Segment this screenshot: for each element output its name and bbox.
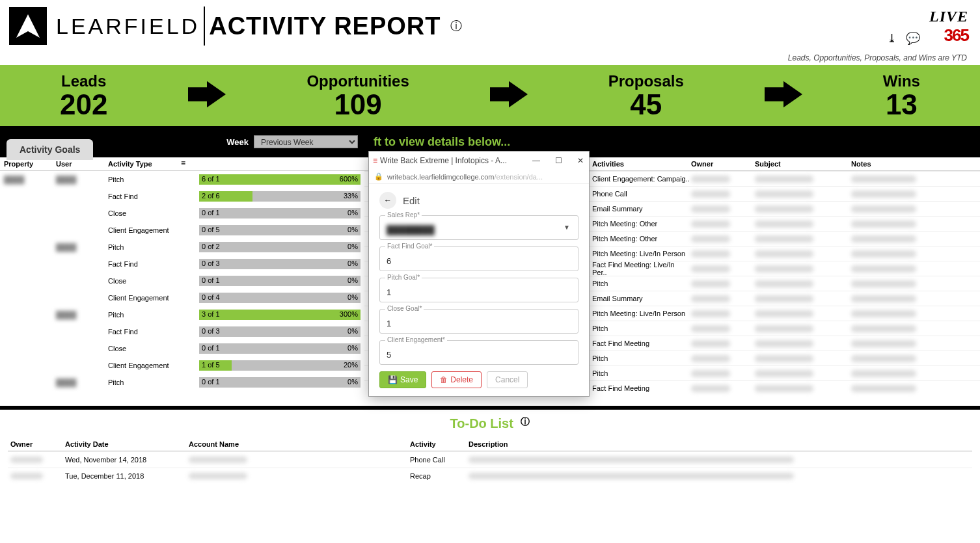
goal-row[interactable]: Fact Find0 of 30% — [0, 256, 364, 272]
svg-marker-1 — [188, 81, 226, 108]
col-activity[interactable]: Activity — [410, 440, 469, 448]
goal-row[interactable]: Close0 of 10% — [0, 340, 364, 357]
todo-row[interactable]: Wed, November 14, 2018Phone Call — [8, 451, 972, 468]
header: LEARFIELD ACTIVITY REPORT ⓘ ⤓ 💬 LIVE 365 — [0, 0, 980, 52]
goal-row[interactable]: Close0 of 10% — [0, 205, 364, 222]
todo-title: To-Do List ⓘ — [0, 410, 980, 438]
modal-title: Write Back Extreme | Infotopics - A... — [380, 156, 507, 165]
col-owner[interactable]: Owner — [691, 160, 755, 168]
learfield-logo — [9, 7, 47, 45]
goal-row[interactable]: Client Engagement0 of 40% — [0, 289, 364, 306]
goal-row[interactable]: Close0 of 10% — [0, 272, 364, 289]
info-icon[interactable]: ⓘ — [521, 416, 530, 427]
goal-row[interactable]: Fact Find2 of 633% — [0, 188, 364, 205]
goal-row[interactable]: ████Pitch0 of 10% — [0, 374, 364, 391]
back-button[interactable]: ← — [379, 192, 396, 209]
close-button[interactable]: ✕ — [576, 156, 585, 165]
col-subject[interactable]: Subject — [755, 160, 851, 168]
edit-heading: Edit — [403, 195, 420, 206]
wins-metric: Wins 13 — [883, 72, 920, 119]
close-goal-field[interactable]: Close Goal* 1 — [379, 309, 578, 334]
divider — [204, 7, 205, 46]
arrow-icon — [765, 81, 802, 111]
col-activities[interactable]: Activities — [592, 160, 691, 168]
goal-row[interactable]: ████Pitch0 of 20% — [0, 239, 364, 256]
col-property[interactable]: Property — [4, 160, 56, 168]
col-account-name[interactable]: Account Name — [189, 440, 410, 448]
comment-icon[interactable]: 💬 — [906, 31, 920, 46]
week-label: Week — [226, 137, 249, 147]
sort-icon[interactable]: ≡ — [181, 159, 185, 168]
col-owner[interactable]: Owner — [10, 440, 65, 448]
leads-metric: Leads 202 — [60, 72, 107, 119]
col-description[interactable]: Description — [469, 440, 970, 448]
pipeline-bar: Leads 202 Opportunities 109 Proposals 45… — [0, 65, 980, 126]
arrow-icon — [188, 81, 226, 111]
opportunities-metric: Opportunities 109 — [306, 72, 409, 119]
svg-marker-0 — [16, 14, 40, 38]
week-select[interactable]: Previous Week — [254, 135, 358, 148]
maximize-button[interactable]: ☐ — [554, 156, 563, 165]
proposals-metric: Proposals 45 — [608, 72, 684, 119]
app-icon: ≡ — [373, 156, 377, 165]
download-icon[interactable]: ⤓ — [887, 31, 897, 46]
ytd-note: Leads, Opportunities, Proposals, and Win… — [0, 52, 980, 65]
live365-logo: LIVE 365 — [929, 8, 968, 46]
goal-row[interactable]: Client Engagement1 of 520% — [0, 357, 364, 374]
delete-button[interactable]: 🗑 Delete — [431, 371, 482, 388]
col-user[interactable]: User — [56, 160, 108, 168]
goal-row[interactable]: ████████Pitch6 of 1600% — [0, 171, 364, 188]
svg-marker-3 — [765, 81, 802, 108]
save-button[interactable]: 💾 Save — [379, 371, 426, 388]
svg-marker-2 — [490, 81, 528, 108]
sales-rep-field[interactable]: Sales Rep* ████████ — [379, 215, 578, 240]
lock-icon: 🔒 — [374, 172, 383, 181]
activity-goals-panel: Activity Goals Week Previous Week Proper… — [0, 126, 364, 406]
writeback-modal: ≡ Write Back Extreme | Infotopics - A...… — [368, 151, 590, 397]
address-bar: 🔒 writeback.learfieldimgcollege.com/exte… — [369, 170, 589, 184]
todo-row[interactable]: Tue, December 11, 2018Recap — [8, 468, 972, 484]
minimize-button[interactable]: — — [532, 156, 541, 165]
goal-row[interactable]: ████Pitch3 of 1300% — [0, 306, 364, 323]
goal-row[interactable]: Client Engagement0 of 50% — [0, 222, 364, 239]
client-engagement-field[interactable]: Client Engagement* 5 — [379, 340, 578, 365]
fact-find-goal-field[interactable]: Fact Find Goal* 6 — [379, 246, 578, 271]
col-activity-date[interactable]: Activity Date — [65, 440, 189, 448]
pitch-goal-field[interactable]: Pitch Goal* 1 — [379, 278, 578, 302]
report-title: ACTIVITY REPORT — [209, 12, 441, 40]
info-icon[interactable]: ⓘ — [450, 18, 462, 34]
activities-title: ft to view details below... — [374, 135, 510, 149]
col-notes[interactable]: Notes — [851, 160, 976, 168]
arrow-icon — [490, 81, 528, 111]
goal-row[interactable]: Fact Find0 of 30% — [0, 323, 364, 340]
company-name: LEARFIELD — [56, 14, 200, 39]
cancel-button[interactable]: Cancel — [487, 371, 528, 388]
